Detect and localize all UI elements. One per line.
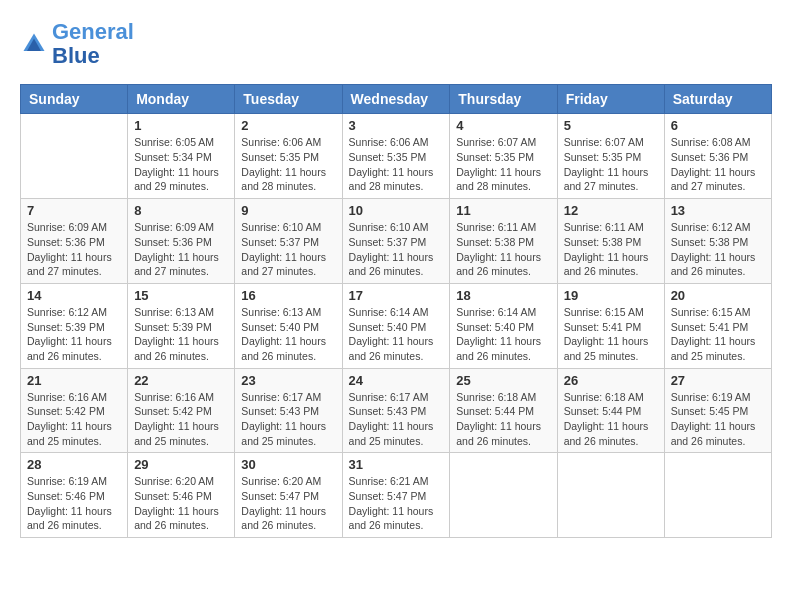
calendar-cell: 3Sunrise: 6:06 AMSunset: 5:35 PMDaylight…: [342, 114, 450, 199]
day-info: Sunrise: 6:13 AMSunset: 5:40 PMDaylight:…: [241, 305, 335, 364]
day-info: Sunrise: 6:12 AMSunset: 5:38 PMDaylight:…: [671, 220, 765, 279]
page-header: General Blue: [20, 20, 772, 68]
day-number: 30: [241, 457, 335, 472]
weekday-header-wednesday: Wednesday: [342, 85, 450, 114]
day-info: Sunrise: 6:17 AMSunset: 5:43 PMDaylight:…: [349, 390, 444, 449]
day-info: Sunrise: 6:19 AMSunset: 5:45 PMDaylight:…: [671, 390, 765, 449]
calendar-cell: 4Sunrise: 6:07 AMSunset: 5:35 PMDaylight…: [450, 114, 557, 199]
day-number: 3: [349, 118, 444, 133]
calendar-week-5: 28Sunrise: 6:19 AMSunset: 5:46 PMDayligh…: [21, 453, 772, 538]
day-info: Sunrise: 6:05 AMSunset: 5:34 PMDaylight:…: [134, 135, 228, 194]
calendar-week-1: 1Sunrise: 6:05 AMSunset: 5:34 PMDaylight…: [21, 114, 772, 199]
day-info: Sunrise: 6:13 AMSunset: 5:39 PMDaylight:…: [134, 305, 228, 364]
logo-icon: [20, 30, 48, 58]
day-number: 24: [349, 373, 444, 388]
day-number: 19: [564, 288, 658, 303]
weekday-header-monday: Monday: [128, 85, 235, 114]
day-number: 23: [241, 373, 335, 388]
day-info: Sunrise: 6:20 AMSunset: 5:47 PMDaylight:…: [241, 474, 335, 533]
calendar-cell: [450, 453, 557, 538]
day-number: 29: [134, 457, 228, 472]
day-info: Sunrise: 6:16 AMSunset: 5:42 PMDaylight:…: [134, 390, 228, 449]
day-number: 16: [241, 288, 335, 303]
day-info: Sunrise: 6:10 AMSunset: 5:37 PMDaylight:…: [349, 220, 444, 279]
day-number: 25: [456, 373, 550, 388]
day-number: 9: [241, 203, 335, 218]
calendar-cell: [557, 453, 664, 538]
calendar-cell: 19Sunrise: 6:15 AMSunset: 5:41 PMDayligh…: [557, 283, 664, 368]
day-number: 14: [27, 288, 121, 303]
calendar-cell: 29Sunrise: 6:20 AMSunset: 5:46 PMDayligh…: [128, 453, 235, 538]
day-number: 4: [456, 118, 550, 133]
day-number: 8: [134, 203, 228, 218]
day-number: 2: [241, 118, 335, 133]
calendar-cell: 12Sunrise: 6:11 AMSunset: 5:38 PMDayligh…: [557, 199, 664, 284]
day-number: 10: [349, 203, 444, 218]
day-info: Sunrise: 6:11 AMSunset: 5:38 PMDaylight:…: [456, 220, 550, 279]
calendar-cell: 9Sunrise: 6:10 AMSunset: 5:37 PMDaylight…: [235, 199, 342, 284]
calendar-cell: 23Sunrise: 6:17 AMSunset: 5:43 PMDayligh…: [235, 368, 342, 453]
day-info: Sunrise: 6:20 AMSunset: 5:46 PMDaylight:…: [134, 474, 228, 533]
day-info: Sunrise: 6:09 AMSunset: 5:36 PMDaylight:…: [27, 220, 121, 279]
day-number: 13: [671, 203, 765, 218]
day-info: Sunrise: 6:21 AMSunset: 5:47 PMDaylight:…: [349, 474, 444, 533]
day-number: 6: [671, 118, 765, 133]
day-info: Sunrise: 6:07 AMSunset: 5:35 PMDaylight:…: [456, 135, 550, 194]
day-number: 21: [27, 373, 121, 388]
calendar-cell: 15Sunrise: 6:13 AMSunset: 5:39 PMDayligh…: [128, 283, 235, 368]
weekday-header-thursday: Thursday: [450, 85, 557, 114]
weekday-header-friday: Friday: [557, 85, 664, 114]
day-info: Sunrise: 6:06 AMSunset: 5:35 PMDaylight:…: [349, 135, 444, 194]
day-info: Sunrise: 6:17 AMSunset: 5:43 PMDaylight:…: [241, 390, 335, 449]
calendar-body: 1Sunrise: 6:05 AMSunset: 5:34 PMDaylight…: [21, 114, 772, 538]
calendar-cell: 13Sunrise: 6:12 AMSunset: 5:38 PMDayligh…: [664, 199, 771, 284]
calendar-cell: 11Sunrise: 6:11 AMSunset: 5:38 PMDayligh…: [450, 199, 557, 284]
calendar-week-2: 7Sunrise: 6:09 AMSunset: 5:36 PMDaylight…: [21, 199, 772, 284]
calendar-cell: 6Sunrise: 6:08 AMSunset: 5:36 PMDaylight…: [664, 114, 771, 199]
day-number: 18: [456, 288, 550, 303]
calendar-cell: 5Sunrise: 6:07 AMSunset: 5:35 PMDaylight…: [557, 114, 664, 199]
calendar-cell: 18Sunrise: 6:14 AMSunset: 5:40 PMDayligh…: [450, 283, 557, 368]
day-info: Sunrise: 6:18 AMSunset: 5:44 PMDaylight:…: [564, 390, 658, 449]
calendar-cell: [21, 114, 128, 199]
day-number: 12: [564, 203, 658, 218]
day-info: Sunrise: 6:10 AMSunset: 5:37 PMDaylight:…: [241, 220, 335, 279]
day-number: 26: [564, 373, 658, 388]
day-number: 17: [349, 288, 444, 303]
day-number: 22: [134, 373, 228, 388]
calendar-cell: 7Sunrise: 6:09 AMSunset: 5:36 PMDaylight…: [21, 199, 128, 284]
day-number: 1: [134, 118, 228, 133]
calendar-cell: 2Sunrise: 6:06 AMSunset: 5:35 PMDaylight…: [235, 114, 342, 199]
calendar-cell: 10Sunrise: 6:10 AMSunset: 5:37 PMDayligh…: [342, 199, 450, 284]
calendar-cell: 28Sunrise: 6:19 AMSunset: 5:46 PMDayligh…: [21, 453, 128, 538]
calendar-cell: 27Sunrise: 6:19 AMSunset: 5:45 PMDayligh…: [664, 368, 771, 453]
day-info: Sunrise: 6:16 AMSunset: 5:42 PMDaylight:…: [27, 390, 121, 449]
calendar-cell: 26Sunrise: 6:18 AMSunset: 5:44 PMDayligh…: [557, 368, 664, 453]
calendar-cell: 24Sunrise: 6:17 AMSunset: 5:43 PMDayligh…: [342, 368, 450, 453]
day-number: 31: [349, 457, 444, 472]
day-info: Sunrise: 6:07 AMSunset: 5:35 PMDaylight:…: [564, 135, 658, 194]
day-info: Sunrise: 6:14 AMSunset: 5:40 PMDaylight:…: [349, 305, 444, 364]
calendar-week-4: 21Sunrise: 6:16 AMSunset: 5:42 PMDayligh…: [21, 368, 772, 453]
calendar-cell: 8Sunrise: 6:09 AMSunset: 5:36 PMDaylight…: [128, 199, 235, 284]
calendar-cell: 21Sunrise: 6:16 AMSunset: 5:42 PMDayligh…: [21, 368, 128, 453]
day-info: Sunrise: 6:18 AMSunset: 5:44 PMDaylight:…: [456, 390, 550, 449]
day-info: Sunrise: 6:08 AMSunset: 5:36 PMDaylight:…: [671, 135, 765, 194]
day-number: 15: [134, 288, 228, 303]
day-info: Sunrise: 6:11 AMSunset: 5:38 PMDaylight:…: [564, 220, 658, 279]
calendar-header-row: SundayMondayTuesdayWednesdayThursdayFrid…: [21, 85, 772, 114]
day-info: Sunrise: 6:06 AMSunset: 5:35 PMDaylight:…: [241, 135, 335, 194]
calendar-cell: 1Sunrise: 6:05 AMSunset: 5:34 PMDaylight…: [128, 114, 235, 199]
logo: General Blue: [20, 20, 134, 68]
calendar-cell: 20Sunrise: 6:15 AMSunset: 5:41 PMDayligh…: [664, 283, 771, 368]
logo-text: General Blue: [52, 20, 134, 68]
calendar-cell: 31Sunrise: 6:21 AMSunset: 5:47 PMDayligh…: [342, 453, 450, 538]
day-number: 28: [27, 457, 121, 472]
day-info: Sunrise: 6:09 AMSunset: 5:36 PMDaylight:…: [134, 220, 228, 279]
day-number: 27: [671, 373, 765, 388]
weekday-header-tuesday: Tuesday: [235, 85, 342, 114]
calendar-cell: 25Sunrise: 6:18 AMSunset: 5:44 PMDayligh…: [450, 368, 557, 453]
weekday-header-saturday: Saturday: [664, 85, 771, 114]
calendar-cell: 17Sunrise: 6:14 AMSunset: 5:40 PMDayligh…: [342, 283, 450, 368]
day-info: Sunrise: 6:15 AMSunset: 5:41 PMDaylight:…: [564, 305, 658, 364]
